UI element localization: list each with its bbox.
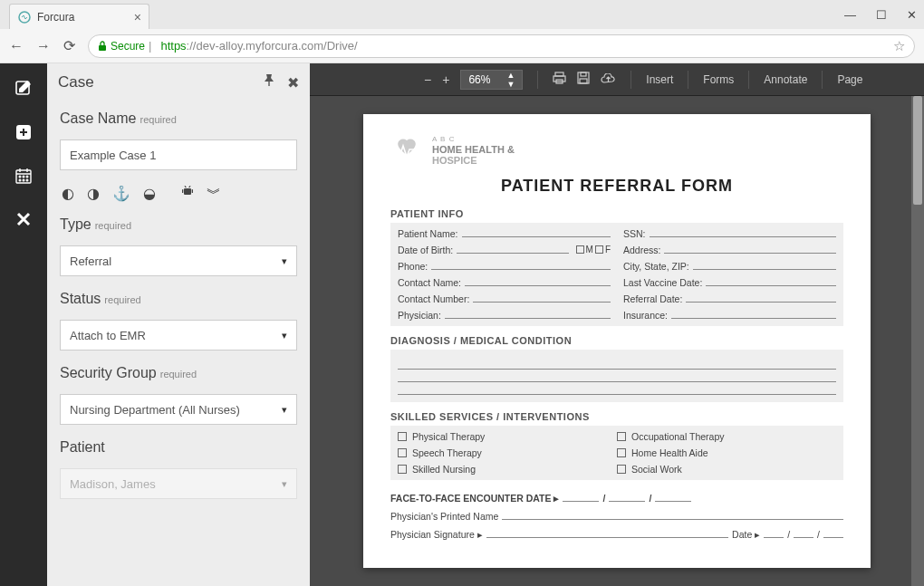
add-icon[interactable]: [11, 120, 36, 145]
svg-rect-12: [184, 188, 191, 195]
browser-tab[interactable]: Forcura ×: [9, 4, 149, 29]
caret-down-icon: ▾: [282, 330, 287, 341]
document-canvas[interactable]: A B C HOME HEALTH & HOSPICE PATIENT REFE…: [310, 96, 924, 586]
svg-rect-11: [268, 82, 269, 86]
window-titlebar: Forcura × — ☐ ✕: [0, 0, 924, 29]
case-name-input[interactable]: [60, 139, 297, 170]
scrollbar-thumb[interactable]: [913, 96, 922, 205]
reload-icon[interactable]: ⟳: [63, 37, 75, 54]
svg-rect-22: [580, 79, 587, 83]
window-minimize-icon[interactable]: —: [844, 8, 856, 22]
half-circle-icon[interactable]: ◑: [87, 185, 100, 204]
case-name-block: Case Namerequired: [47, 101, 310, 139]
services-header: SKILLED SERVICES / INTERVENTIONS: [390, 411, 843, 422]
close-tab-icon[interactable]: ×: [134, 10, 141, 24]
case-panel: Case ✖ Case Namerequired ◐ ◑ ⚓ ◒ ︾ Typer…: [47, 63, 310, 586]
expand-down-icon[interactable]: ︾: [207, 185, 221, 204]
svg-rect-16: [192, 189, 193, 193]
left-icon-bar: [0, 63, 47, 586]
svg-rect-18: [553, 76, 565, 82]
caret-down-icon: ▾: [282, 478, 287, 490]
zoom-out-icon[interactable]: −: [424, 72, 431, 87]
android-icon[interactable]: [181, 185, 194, 204]
services-grid: Physical Therapy Occupational Therapy Sp…: [390, 426, 843, 480]
compose-icon[interactable]: [11, 76, 36, 101]
patient-label: Patient: [60, 439, 105, 455]
caret-down-icon: ▾: [282, 255, 287, 267]
contrast2-icon[interactable]: ◒: [143, 185, 156, 204]
svg-rect-15: [182, 189, 183, 193]
patient-info-header: PATIENT INFO: [390, 208, 843, 219]
patient-info-grid: Patient Name: SSN: Date of Birth:MF Addr…: [390, 223, 843, 326]
favicon: [17, 10, 32, 24]
security-group-label: Security Group: [60, 365, 157, 380]
svg-point-7: [26, 176, 28, 178]
secure-badge: Secure: [98, 40, 145, 53]
form-logo: A B C HOME HEALTH & HOSPICE: [390, 136, 843, 166]
type-label: Type: [60, 216, 91, 232]
cloud-icon[interactable]: [601, 72, 616, 87]
tab-title: Forcura: [37, 11, 74, 24]
svg-point-10: [26, 179, 28, 181]
page-menu[interactable]: Page: [837, 73, 862, 86]
insert-menu[interactable]: Insert: [646, 73, 673, 86]
caret-down-icon: ▾: [282, 404, 287, 416]
diagnosis-header: DIAGNOSIS / MEDICAL CONDITION: [390, 335, 843, 346]
zoom-in-icon[interactable]: +: [442, 72, 449, 87]
viewer-scrollbar[interactable]: [911, 96, 924, 586]
zoom-select[interactable]: 66% ▲▼: [460, 70, 523, 90]
svg-point-9: [23, 179, 24, 181]
panel-header: Case ✖: [47, 63, 310, 101]
document-viewer: − + 66% ▲▼ Insert Forms Annotate Page: [310, 63, 924, 586]
document-page: A B C HOME HEALTH & HOSPICE PATIENT REFE…: [363, 114, 871, 568]
close-icon[interactable]: [11, 207, 36, 232]
panel-title: Case: [58, 73, 94, 91]
svg-rect-21: [581, 72, 586, 76]
type-block: Typerequired: [47, 207, 310, 245]
icon-tool-row: ◐ ◑ ⚓ ◒ ︾: [47, 176, 310, 207]
browser-address-bar: ← → ⟳ Secure | https://dev-alloy.myforcu…: [0, 29, 924, 63]
save-icon[interactable]: [577, 72, 590, 87]
annotate-menu[interactable]: Annotate: [764, 73, 807, 86]
forms-menu[interactable]: Forms: [703, 73, 734, 86]
anchor-icon[interactable]: ⚓: [112, 185, 130, 204]
svg-rect-1: [99, 45, 106, 51]
security-group-select[interactable]: Nursing Department (All Nurses)▾: [60, 394, 297, 425]
window-close-icon[interactable]: ✕: [907, 8, 917, 22]
diagnosis-lines: [390, 350, 843, 402]
case-name-label: Case Name: [60, 110, 136, 126]
status-select[interactable]: Attach to EMR▾: [60, 320, 297, 351]
viewer-toolbar: − + 66% ▲▼ Insert Forms Annotate Page: [310, 63, 924, 96]
type-select[interactable]: Referral▾: [60, 245, 297, 276]
svg-point-6: [23, 176, 24, 178]
bookmark-star-icon[interactable]: ☆: [893, 38, 905, 54]
print-icon[interactable]: [553, 72, 566, 87]
secure-label: Secure: [111, 40, 145, 53]
security-group-block: Security Grouprequired: [47, 356, 310, 394]
back-icon[interactable]: ←: [9, 38, 24, 54]
patient-select[interactable]: Madison, James▾: [60, 468, 297, 499]
window-maximize-icon[interactable]: ☐: [876, 8, 887, 22]
svg-point-5: [19, 176, 21, 178]
contrast-icon[interactable]: ◐: [62, 185, 74, 204]
patient-block: Patient: [47, 430, 310, 468]
status-label: Status: [60, 291, 101, 306]
panel-close-icon[interactable]: ✖: [287, 74, 299, 91]
form-title: PATIENT REFERRAL FORM: [390, 177, 843, 196]
status-block: Statusrequired: [47, 282, 310, 320]
calendar-icon[interactable]: [11, 163, 36, 188]
svg-point-8: [19, 179, 21, 181]
url-input[interactable]: Secure | https://dev-alloy.myforcura.com…: [88, 34, 915, 58]
forward-icon[interactable]: →: [36, 38, 51, 54]
pin-icon[interactable]: [262, 73, 276, 91]
url-text: https://dev-alloy.myforcura.com/Drive/: [160, 39, 357, 53]
